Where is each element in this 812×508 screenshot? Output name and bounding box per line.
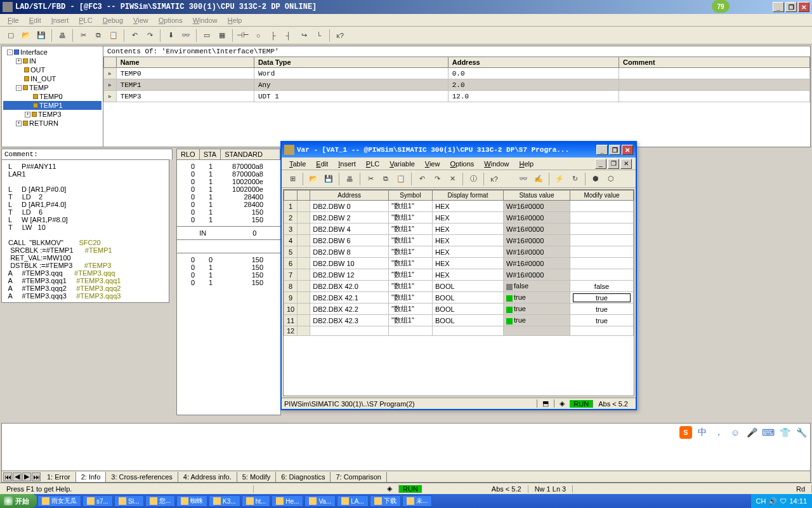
var-row[interactable]: 5DB2.DBW 8"数组1"HEXW#16#0000 — [284, 246, 634, 258]
code-line[interactable]: A #TEMP3.qqq2 #TEMP3.qqq2 — [4, 284, 166, 292]
output-tab[interactable]: 3: Cross-references — [106, 472, 178, 482]
output-tab[interactable]: 2: Info — [76, 472, 107, 482]
notification-badge[interactable]: 79 — [712, 0, 730, 13]
iface-row[interactable]: ▹TEMP0Word0.0 — [104, 68, 810, 79]
code-line[interactable]: LAR1 — [4, 170, 166, 178]
var-undo-icon[interactable]: ↶ — [415, 172, 429, 186]
var-row[interactable]: 1DB2.DBW 0"数组1"HEXW#16#0000 — [284, 201, 634, 212]
tree-item-in_out[interactable]: IN_OUT — [3, 74, 102, 83]
taskbar-item[interactable]: He... — [272, 495, 303, 507]
code-line[interactable]: L W [AR1,P#8.0] — [4, 216, 166, 224]
start-button[interactable]: 开始 — [0, 494, 37, 508]
code-line[interactable]: T LW 10 — [4, 224, 166, 231]
taskbar-item[interactable]: SI... — [114, 495, 144, 507]
tray-ime[interactable]: CH — [756, 497, 766, 505]
branch-close-icon[interactable]: ┤ — [282, 29, 296, 43]
lad-icon[interactable]: └ — [312, 29, 326, 43]
menu-file[interactable]: File — [4, 15, 23, 25]
var-col[interactable]: Modify value — [570, 190, 633, 201]
ime-punct-icon[interactable]: ， — [712, 426, 725, 439]
system-tray[interactable]: CH 🔊 🛡 14:11 — [751, 494, 812, 508]
output-window[interactable]: S 中 ， ☺ 🎤 ⌨ 👕 🔧 ⏮ ◀ ▶ ⏭ 1: Error2: Info3… — [1, 423, 811, 483]
tree-expand-icon[interactable]: - — [16, 85, 22, 91]
var-col[interactable]: Address — [310, 190, 389, 201]
output-tab[interactable]: 4: Address info. — [178, 472, 237, 482]
taskbar-item[interactable]: 蜘蛛 — [176, 495, 207, 507]
var-table-icon[interactable]: ⊞ — [285, 172, 299, 186]
tree-expand-icon[interactable]: + — [16, 58, 22, 64]
var-modify-icon[interactable]: ✍ — [532, 172, 546, 186]
var-col[interactable] — [284, 190, 298, 201]
var-row[interactable]: 4DB2.DBW 6"数组1"HEXW#16#0000 — [284, 235, 634, 246]
var-col[interactable]: Display format — [432, 190, 503, 201]
block-icon[interactable]: ▭ — [200, 29, 214, 43]
code-line[interactable]: SRCBLK :=#TEMP1 #TEMP1 — [4, 246, 166, 254]
download-icon[interactable]: ⬇ — [164, 29, 178, 43]
var-unforce-icon[interactable]: ⬡ — [604, 172, 618, 186]
menu-view[interactable]: View — [129, 15, 152, 25]
minimize-button[interactable]: _ — [773, 2, 784, 12]
close-button[interactable]: ✕ — [798, 2, 809, 12]
var-menu-window[interactable]: Window — [480, 159, 513, 169]
iface-col-address[interactable]: Address — [448, 57, 619, 68]
var-menu-view[interactable]: View — [421, 159, 444, 169]
save-icon[interactable]: 💾 — [34, 29, 48, 43]
var-minimize-button[interactable]: _ — [596, 145, 608, 155]
var-print-icon[interactable]: 🖶 — [343, 172, 357, 186]
menu-edit[interactable]: Edit — [25, 15, 45, 25]
var-menu-help[interactable]: Help — [515, 159, 537, 169]
menu-plc[interactable]: PLC — [75, 15, 96, 25]
tree-expand-icon[interactable]: - — [7, 50, 13, 55]
tree-item-out[interactable]: OUT — [3, 65, 102, 74]
code-line[interactable]: L D [AR1,P#4.0] — [4, 201, 166, 208]
help-icon[interactable]: κ? — [333, 29, 347, 43]
var-info-icon[interactable]: ⓘ — [466, 172, 480, 186]
branch-open-icon[interactable]: ├ — [266, 29, 280, 43]
iface-col-data-type[interactable]: Data Type — [254, 57, 448, 68]
var-mdi-min[interactable]: _ — [595, 159, 606, 169]
maximize-button[interactable]: ❐ — [785, 2, 797, 12]
var-row[interactable]: 12 — [284, 326, 634, 336]
var-paste-icon[interactable]: 📋 — [394, 172, 408, 186]
tree-item-in[interactable]: + IN — [3, 57, 102, 65]
menu-debug[interactable]: Debug — [99, 15, 127, 25]
network-icon[interactable]: ▦ — [215, 29, 229, 43]
sogou-icon[interactable]: S — [679, 426, 692, 439]
ime-keyboard-icon[interactable]: ⌨ — [762, 426, 775, 439]
taskbar-item[interactable]: 下载 — [370, 495, 401, 507]
taskbar-item[interactable]: Va... — [304, 495, 336, 507]
monitor-icon[interactable]: 👓 — [179, 29, 193, 43]
code-line[interactable]: A #TEMP3.qqq #TEMP3.qqq — [4, 269, 166, 277]
var-menu-edit[interactable]: Edit — [312, 159, 332, 169]
var-col[interactable] — [298, 190, 310, 201]
var-trigger-icon[interactable]: ⚡ — [553, 172, 566, 186]
contact-icon[interactable]: ⊣⊢ — [236, 29, 250, 43]
tab-nav-first-icon[interactable]: ⏮ — [3, 472, 12, 481]
tray-volume-icon[interactable]: 🔊 — [768, 497, 777, 505]
tray-shield-icon[interactable]: 🛡 — [780, 497, 787, 505]
ime-toolbar[interactable]: S 中 ， ☺ 🎤 ⌨ 👕 🔧 — [679, 426, 808, 439]
ime-settings-icon[interactable]: 🔧 — [795, 426, 808, 439]
ime-emoji-icon[interactable]: ☺ — [729, 426, 742, 439]
interface-table[interactable]: NameData TypeAddressComment ▹TEMP0Word0.… — [103, 57, 810, 102]
output-tab[interactable]: 7: Comparison — [331, 472, 387, 482]
var-menu-plc[interactable]: PLC — [362, 159, 383, 169]
tree-item-temp[interactable]: - TEMP — [3, 83, 102, 92]
tree-item-temp0[interactable]: TEMP0 — [3, 92, 102, 101]
var-menu-variable[interactable]: Variable — [386, 159, 419, 169]
menu-window[interactable]: Window — [189, 15, 221, 25]
open-icon[interactable]: 📂 — [19, 29, 33, 43]
ime-voice-icon[interactable]: 🎤 — [745, 426, 758, 439]
taskbar-item[interactable]: 雨女无瓜 — [37, 495, 81, 507]
connector-icon[interactable]: ↪ — [297, 29, 311, 43]
var-force-icon[interactable]: ⬢ — [589, 172, 603, 186]
var-titlebar[interactable]: Var - [VAT_1 -- @PIWSim\SIMATIC 300(1)\C… — [282, 142, 636, 157]
var-maximize-button[interactable]: ❐ — [609, 145, 620, 155]
code-line[interactable]: A #TEMP3.qqq3 #TEMP3.qqq3 — [4, 292, 166, 300]
var-row[interactable]: 10DB2.DBX 42.2"数组1"BOOLtruetrue — [284, 304, 634, 315]
iface-col-comment[interactable]: Comment — [619, 57, 810, 68]
var-grid[interactable]: AddressSymbolDisplay formatStatus valueM… — [283, 189, 634, 396]
code-line[interactable] — [4, 178, 166, 185]
var-monitor-icon[interactable]: 👓 — [516, 172, 530, 186]
var-row[interactable]: 11DB2.DBX 42.3"数组1"BOOLtruetrue — [284, 315, 634, 326]
